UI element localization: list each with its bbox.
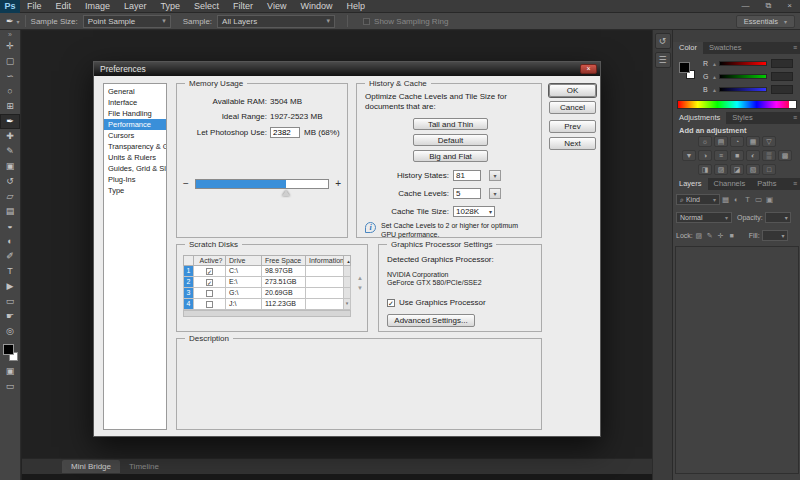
selective-color-icon[interactable]: ▧ [746, 164, 760, 175]
move-disk-up-button[interactable]: ▲ [357, 275, 363, 281]
color-lookup-icon[interactable]: ▒ [762, 150, 776, 161]
next-button[interactable]: Next [549, 137, 596, 150]
table-row[interactable]: 1 ✓ C:\ 98.97GB [183, 266, 351, 277]
active-checkbox[interactable] [206, 290, 213, 297]
red-slider[interactable] [719, 61, 767, 66]
opacity-field[interactable]: ▾ [765, 212, 791, 223]
green-value-field[interactable] [771, 72, 793, 81]
history-states-field[interactable]: 81 [453, 170, 481, 181]
properties-panel-icon[interactable]: ☰ [655, 52, 671, 68]
cache-levels-field[interactable]: 5 [453, 188, 481, 199]
nav-transparency-gamut[interactable]: Transparency & Gamut [104, 141, 166, 152]
dialog-title-bar[interactable]: Preferences × [94, 62, 600, 76]
nav-plug-ins[interactable]: Plug-Ins [104, 174, 166, 185]
filter-adjustment-layers-icon[interactable]: ◐ [731, 195, 742, 204]
restore-button[interactable]: ⧉ [758, 1, 780, 11]
foreground-background-swatches[interactable] [0, 342, 21, 364]
move-disk-down-button[interactable]: ▼ [357, 285, 363, 291]
crop-tool[interactable]: ⊞ [0, 99, 20, 114]
advanced-settings-button[interactable]: Advanced Settings... [387, 314, 475, 327]
prev-button[interactable]: Prev [549, 120, 596, 133]
color-fill-icon[interactable]: □ [762, 164, 776, 175]
shape-tool[interactable]: ▭ [0, 294, 20, 309]
channel-mixer-icon[interactable]: ◐ [746, 150, 760, 161]
filter-smart-objects-icon[interactable]: ▣ [764, 195, 775, 204]
green-slider[interactable] [719, 74, 767, 79]
layer-filter-kind-dropdown[interactable]: ⌕ Kind ▾ [676, 194, 720, 205]
eraser-tool[interactable]: ▱ [0, 189, 20, 204]
screen-mode-button[interactable]: ▭ [0, 379, 20, 394]
menu-file[interactable]: File [20, 0, 49, 13]
nav-performance[interactable]: Performance [104, 119, 166, 130]
active-checkbox[interactable]: ✓ [206, 268, 213, 275]
tab-adjustments[interactable]: Adjustments [673, 112, 726, 124]
nav-file-handling[interactable]: File Handling [104, 108, 166, 119]
cache-levels-spinner[interactable]: ▾ [489, 188, 501, 199]
scrollbar-track[interactable] [344, 277, 351, 288]
lock-image-icon[interactable]: ✎ [705, 232, 715, 240]
lock-transparency-icon[interactable]: ▨ [694, 232, 704, 240]
filter-shape-layers-icon[interactable]: ▭ [753, 195, 764, 204]
clone-stamp-tool[interactable]: ▣ [0, 159, 20, 174]
levels-icon[interactable]: ▤ [714, 136, 728, 147]
scrollbar-down-icon[interactable]: ▾ [344, 299, 351, 310]
quick-selection-tool[interactable]: ○ [0, 84, 20, 99]
toolbar-collapse-chevron-icon[interactable]: » [0, 30, 20, 39]
menu-type[interactable]: Type [154, 0, 188, 13]
brush-tool[interactable]: ✎ [0, 144, 20, 159]
move-tool[interactable]: ✛ [0, 39, 20, 54]
active-checkbox[interactable] [206, 301, 213, 308]
pen-tool[interactable]: ✐ [0, 249, 20, 264]
white-chip[interactable] [789, 101, 796, 108]
scrollbar-track[interactable] [344, 266, 351, 277]
curves-icon[interactable]: ◔ [730, 136, 744, 147]
healing-brush-tool[interactable]: ✚ [0, 129, 20, 144]
scrollbar-up-icon[interactable]: ▴ [344, 255, 351, 266]
menu-window[interactable]: Window [293, 0, 339, 13]
horizontal-scrollbar[interactable] [183, 310, 351, 317]
posterize-icon[interactable]: ◨ [698, 164, 712, 175]
menu-edit[interactable]: Edit [49, 0, 79, 13]
nav-cursors[interactable]: Cursors [104, 130, 166, 141]
lock-position-icon[interactable]: ✛ [716, 232, 726, 240]
type-tool[interactable]: T [0, 264, 20, 279]
panel-menu-icon[interactable]: ≡ [789, 112, 800, 124]
vibrance-icon[interactable]: ▽ [762, 136, 776, 147]
fill-field[interactable]: ▾ [762, 230, 788, 241]
show-sampling-ring-checkbox[interactable] [363, 18, 370, 25]
dialog-close-button[interactable]: × [580, 64, 597, 74]
sample-size-dropdown[interactable]: Point Sample ▾ [83, 15, 171, 28]
foreground-color-swatch[interactable] [3, 344, 14, 355]
filter-type-layers-icon[interactable]: T [742, 195, 753, 204]
tab-color[interactable]: Color [673, 42, 703, 54]
active-checkbox[interactable]: ✓ [206, 279, 213, 286]
gradient-map-icon[interactable]: ◪ [730, 164, 744, 175]
tab-paths[interactable]: Paths [751, 178, 782, 190]
quick-mask-button[interactable]: ▣ [0, 364, 20, 379]
dodge-tool[interactable]: ◐ [0, 234, 20, 249]
lock-all-icon[interactable]: ■ [727, 232, 737, 239]
hand-tool[interactable]: ☛ [0, 309, 20, 324]
big-and-flat-button[interactable]: Big and Flat [413, 150, 488, 162]
nav-type[interactable]: Type [104, 185, 166, 196]
close-button[interactable]: × [779, 1, 800, 11]
nav-general[interactable]: General [104, 86, 166, 97]
threshold-icon[interactable]: ▨ [714, 164, 728, 175]
photo-filter-icon[interactable]: ■ [730, 150, 744, 161]
table-row[interactable]: 2 ✓ E:\ 273.51GB [183, 277, 351, 288]
nav-guides-grid-slices[interactable]: Guides, Grid & Slices [104, 163, 166, 174]
black-white-icon[interactable]: ≡ [714, 150, 728, 161]
eyedropper-tool-icon[interactable]: ✒ [0, 16, 17, 26]
zoom-tool[interactable]: ◎ [0, 324, 20, 339]
color-balance-icon[interactable]: ◑ [698, 150, 712, 161]
slider-thumb[interactable] [282, 190, 290, 196]
marquee-tool[interactable]: ▢ [0, 54, 20, 69]
history-states-spinner[interactable]: ▾ [489, 170, 501, 181]
layers-list[interactable] [675, 246, 799, 474]
exposure-icon[interactable]: ▦ [746, 136, 760, 147]
slider-track[interactable] [195, 179, 329, 189]
tab-layers[interactable]: Layers [673, 178, 708, 190]
menu-image[interactable]: Image [78, 0, 117, 13]
slider-minus[interactable]: − [183, 178, 189, 189]
table-row[interactable]: 3 G:\ 20.69GB [183, 288, 351, 299]
